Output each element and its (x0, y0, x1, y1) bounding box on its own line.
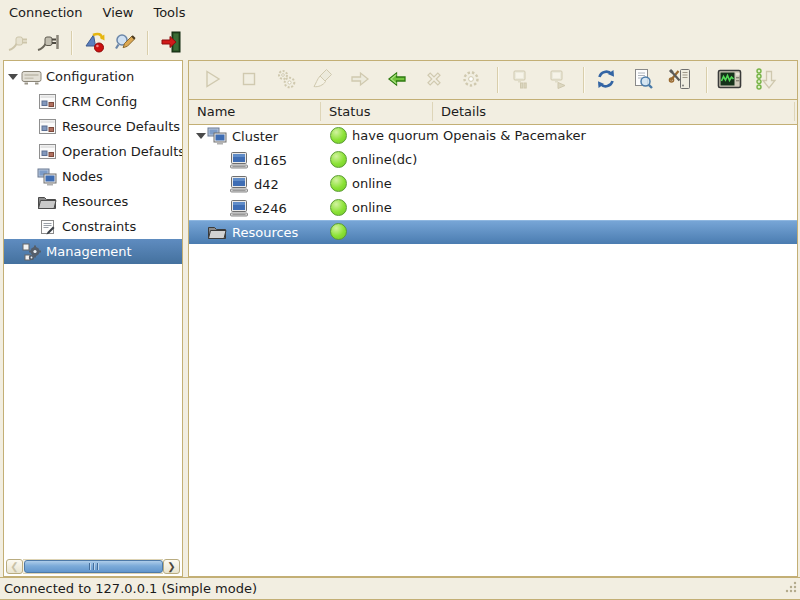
gear-icon (459, 67, 483, 94)
table-row-cluster[interactable]: Cluster have quorum Openais & Pacemaker (189, 124, 797, 148)
toolbar-separator (706, 67, 708, 93)
magnifier-pencil-icon (113, 30, 137, 57)
column-separator[interactable] (432, 102, 433, 121)
delete-button[interactable] (421, 67, 447, 93)
menu-view[interactable]: View (94, 0, 145, 26)
menu-connection[interactable]: Connection (0, 0, 94, 26)
stop-icon (237, 67, 261, 94)
row-status: online(dc) (352, 152, 417, 167)
sidebar-item-resource-defaults[interactable]: Resource Defaults (4, 114, 182, 139)
sidebar-item-label: Constraints (62, 219, 136, 234)
sidebar-item-operation-defaults[interactable]: Operation Defaults (4, 139, 182, 164)
migrate-back-button[interactable] (384, 67, 410, 93)
row-name: Resources (232, 225, 298, 240)
row-status: online (352, 176, 392, 191)
disconnect-button[interactable] (5, 29, 33, 57)
scrollbar-thumb[interactable] (24, 560, 163, 573)
standby-button[interactable] (507, 67, 533, 93)
folder-icon (207, 224, 227, 240)
sidebar-item-management[interactable]: Management (4, 239, 182, 264)
cleanup-gears-icon (274, 67, 298, 94)
stop-button[interactable] (236, 67, 262, 93)
nodes-icon (36, 168, 58, 186)
column-header-status[interactable]: Status (329, 104, 370, 119)
status-dot-green (330, 175, 347, 192)
scroll-left-button[interactable]: ❮ (6, 559, 23, 574)
node-standby-icon (508, 67, 532, 94)
sidebar-item-label: CRM Config (62, 94, 137, 109)
refresh-icon (594, 67, 618, 94)
application-window: Connection View Tools (0, 0, 800, 600)
row-name: d42 (254, 177, 279, 192)
sidebar-item-label: Configuration (46, 69, 134, 84)
row-details: Openais & Pacemaker (443, 128, 586, 143)
server-drive-icon (20, 69, 42, 85)
expander-down-icon[interactable] (194, 133, 207, 139)
view-edit-button[interactable] (111, 29, 139, 57)
scrollbar-track[interactable] (23, 559, 163, 574)
sidebar-item-constraints[interactable]: Constraints (4, 214, 182, 239)
horizontal-scrollbar[interactable]: ❮ ❯ (6, 559, 180, 574)
node-activate-icon (545, 67, 569, 94)
auto-scroll-button[interactable] (753, 67, 779, 93)
sidebar-item-label: Management (46, 244, 132, 259)
sidebar-item-configuration[interactable]: Configuration (4, 64, 182, 89)
migrate-back-arrow-left-icon (385, 67, 409, 94)
refresh-button[interactable] (593, 67, 619, 93)
row-name: d165 (254, 153, 287, 168)
statusbar: Connected to 127.0.0.1 (Simple mode) (0, 577, 800, 600)
resize-grip-icon[interactable] (784, 580, 798, 597)
column-separator[interactable] (794, 102, 795, 121)
row-status: online (352, 200, 392, 215)
activate-button[interactable] (544, 67, 570, 93)
connect-button[interactable] (35, 29, 63, 57)
scroll-right-button[interactable]: ❯ (163, 559, 180, 574)
status-dot-green (330, 127, 347, 144)
menu-tools[interactable]: Tools (144, 0, 196, 26)
configure-button[interactable] (667, 67, 693, 93)
computer-icon (229, 175, 249, 193)
sidebar-item-label: Resources (62, 194, 128, 209)
start-button[interactable] (199, 67, 225, 93)
sidebar-item-crm-config[interactable]: CRM Config (4, 89, 182, 114)
sidebar-item-label: Nodes (62, 169, 103, 184)
gears-icon (20, 243, 42, 261)
status-dot-green (330, 199, 347, 216)
table-row-resources[interactable]: Resources (189, 220, 797, 244)
mode-button[interactable] (81, 29, 109, 57)
column-separator[interactable] (320, 102, 321, 121)
edit-button[interactable] (458, 67, 484, 93)
cleanup-button[interactable] (273, 67, 299, 93)
view-details-button[interactable] (630, 67, 656, 93)
management-toolbar (189, 61, 797, 100)
column-header-details[interactable]: Details (441, 104, 486, 119)
migrate-arrow-right-icon (348, 67, 372, 94)
expander-down-icon[interactable] (6, 74, 20, 80)
exit-button[interactable] (157, 29, 185, 57)
constraints-icon (36, 219, 58, 235)
default-button[interactable] (310, 67, 336, 93)
transition-monitor-icon (717, 67, 742, 94)
statusbar-text: Connected to 127.0.0.1 (Simple mode) (4, 581, 257, 596)
transition-view-button[interactable] (716, 67, 742, 93)
row-status: have quorum (352, 128, 439, 143)
sidebar-tree: Configuration CRM Config Resource Defaul… (4, 61, 182, 560)
row-name: e246 (254, 201, 287, 216)
mode-shapes-icon (83, 30, 107, 57)
status-dot-green (330, 151, 347, 168)
sidebar-item-nodes[interactable]: Nodes (4, 164, 182, 189)
form-icon (36, 119, 58, 134)
plug-connected-icon (37, 30, 61, 57)
table-row-e246[interactable]: e246 online (189, 196, 797, 220)
table-row-d42[interactable]: d42 online (189, 172, 797, 196)
toolbar-separator (71, 31, 73, 55)
migrate-button[interactable] (347, 67, 373, 93)
plug-disconnected-icon (7, 30, 31, 57)
computer-icon (229, 151, 249, 169)
sidebar-item-resources[interactable]: Resources (4, 189, 182, 214)
column-header-name[interactable]: Name (197, 104, 235, 119)
table-row-d165[interactable]: d165 online(dc) (189, 148, 797, 172)
configure-server-icon (668, 67, 692, 94)
toolbar-separator (147, 31, 149, 55)
status-dot-green (330, 223, 347, 240)
